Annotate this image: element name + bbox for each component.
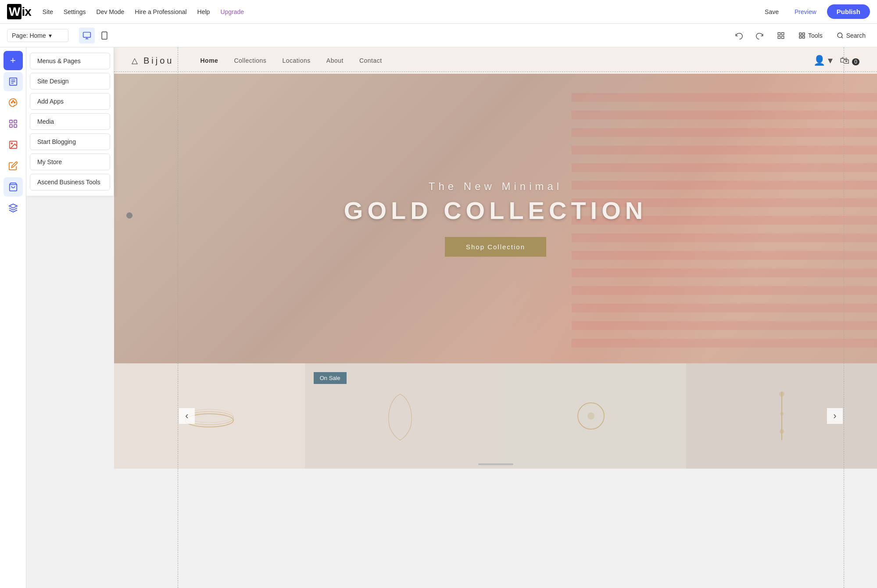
sidebar-item-media[interactable] <box>4 135 23 154</box>
user-icon[interactable]: 👤 ▾ <box>813 55 833 66</box>
svg-rect-3 <box>102 32 107 39</box>
sidebar-item-design[interactable] <box>4 93 23 112</box>
site-nav-contact[interactable]: Contact <box>359 57 382 64</box>
panel-menus-pages[interactable]: Menus & Pages <box>30 53 110 69</box>
top-bar-right: Save Preview Publish <box>759 4 870 19</box>
hero-subtitle: The New Minimal <box>344 180 647 193</box>
svg-point-20 <box>12 100 14 102</box>
site-logo: △ Bijou <box>132 56 174 66</box>
svg-rect-5 <box>778 32 780 35</box>
prev-arrow[interactable]: ‹ <box>179 408 195 424</box>
panel-start-blogging[interactable]: Start Blogging <box>30 133 110 150</box>
product-card-3 <box>496 363 687 469</box>
canvas: △ Bijou Home Collections Locations About… <box>114 47 877 588</box>
site-nav-collections[interactable]: Collections <box>234 57 266 64</box>
redo-button[interactable] <box>752 28 768 43</box>
svg-point-19 <box>11 102 12 103</box>
cart-icon[interactable]: 🛍 0 <box>840 55 859 66</box>
svg-point-27 <box>11 143 12 144</box>
panel-site-design[interactable]: Site Design <box>30 73 110 90</box>
site-nav: Home Collections Locations About Contact <box>200 57 382 64</box>
second-bar-right: Tools Search <box>731 28 870 43</box>
svg-point-33 <box>587 412 594 419</box>
nav-settings[interactable]: Settings <box>63 7 87 17</box>
hero-title: GOLD COLLECTION <box>344 196 647 225</box>
site-nav-about[interactable]: About <box>326 57 344 64</box>
sidebar-item-apps[interactable] <box>4 114 23 133</box>
publish-button[interactable]: Publish <box>827 4 870 19</box>
nav-help[interactable]: Help <box>197 7 211 17</box>
panel-my-store[interactable]: My Store <box>30 154 110 170</box>
nav-hire[interactable]: Hire a Professional <box>134 7 187 17</box>
product-image-3 <box>496 363 687 469</box>
save-button[interactable]: Save <box>759 6 784 18</box>
site-nav-locations[interactable]: Locations <box>282 57 310 64</box>
search-button[interactable]: Search <box>832 29 870 42</box>
hero-section: The New Minimal GOLD COLLECTION Shop Col… <box>114 74 877 363</box>
product-section: On Sale <box>114 363 877 469</box>
svg-rect-11 <box>799 36 802 38</box>
preview-button[interactable]: Preview <box>789 6 822 18</box>
panel-add-apps[interactable]: Add Apps <box>30 93 110 110</box>
svg-rect-12 <box>802 36 805 38</box>
svg-point-13 <box>838 33 842 38</box>
nav-site[interactable]: Site <box>42 7 54 17</box>
sidebar-item-pages[interactable] <box>4 72 23 91</box>
on-sale-badge: On Sale <box>314 372 347 384</box>
panel-ascend-tools[interactable]: Ascend Business Tools <box>30 174 110 190</box>
product-card-2: On Sale <box>305 363 496 469</box>
zoom-button[interactable] <box>773 28 789 43</box>
tools-label: Tools <box>808 32 823 39</box>
product-card-1 <box>114 363 305 469</box>
product-card-4 <box>686 363 877 469</box>
device-buttons <box>79 28 112 43</box>
svg-rect-7 <box>778 36 780 38</box>
panel: Menus & Pages Site Design Add Apps Media… <box>26 47 114 196</box>
chevron-down-icon: ▾ <box>49 32 52 39</box>
sidebar-item-ascend[interactable] <box>4 198 23 218</box>
svg-point-35 <box>779 391 784 397</box>
undo-button[interactable] <box>731 28 747 43</box>
svg-rect-0 <box>83 32 91 37</box>
add-element-button[interactable]: + <box>4 51 23 70</box>
carousel-dot <box>126 212 132 219</box>
prev-arrow-icon: ‹ <box>185 410 188 422</box>
svg-rect-22 <box>9 120 12 123</box>
product-image-1 <box>114 363 305 469</box>
svg-rect-8 <box>781 36 784 38</box>
left-sidebar: + <box>0 47 26 588</box>
top-bar: Wix Site Settings Dev Mode Hire a Profes… <box>0 0 877 24</box>
tools-button[interactable]: Tools <box>794 29 827 42</box>
logo-icon: △ <box>132 56 139 65</box>
panel-media[interactable]: Media <box>30 113 110 130</box>
svg-point-21 <box>14 102 15 103</box>
site-header: △ Bijou Home Collections Locations About… <box>114 47 877 74</box>
mobile-view-button[interactable] <box>97 28 112 43</box>
desktop-view-button[interactable] <box>79 28 95 43</box>
site-preview: △ Bijou Home Collections Locations About… <box>114 47 877 588</box>
nav-upgrade[interactable]: Upgrade <box>219 7 245 17</box>
page-selector[interactable]: Page: Home ▾ <box>7 29 68 42</box>
svg-rect-9 <box>799 33 802 35</box>
svg-rect-6 <box>781 32 784 35</box>
sidebar-item-store[interactable] <box>4 177 23 197</box>
product-image-4 <box>686 363 877 469</box>
logo-text: Bijou <box>143 56 174 66</box>
wix-logo: Wix <box>7 5 31 19</box>
site-nav-home[interactable]: Home <box>200 57 218 64</box>
svg-rect-10 <box>802 33 805 35</box>
svg-line-14 <box>841 37 843 38</box>
nav-dev-mode[interactable]: Dev Mode <box>96 7 125 17</box>
scroll-indicator <box>478 463 513 465</box>
top-nav: Site Settings Dev Mode Hire a Profession… <box>42 7 245 17</box>
svg-rect-23 <box>14 120 16 123</box>
next-arrow[interactable]: › <box>827 408 843 424</box>
second-bar: Page: Home ▾ <box>0 24 877 47</box>
shop-collection-button[interactable]: Shop Collection <box>445 237 546 257</box>
svg-point-36 <box>780 412 784 416</box>
sidebar-item-blog[interactable] <box>4 156 23 176</box>
svg-rect-24 <box>9 125 12 127</box>
svg-point-37 <box>780 429 784 434</box>
next-arrow-icon: › <box>833 410 836 422</box>
page-label: Page: Home <box>12 32 46 39</box>
